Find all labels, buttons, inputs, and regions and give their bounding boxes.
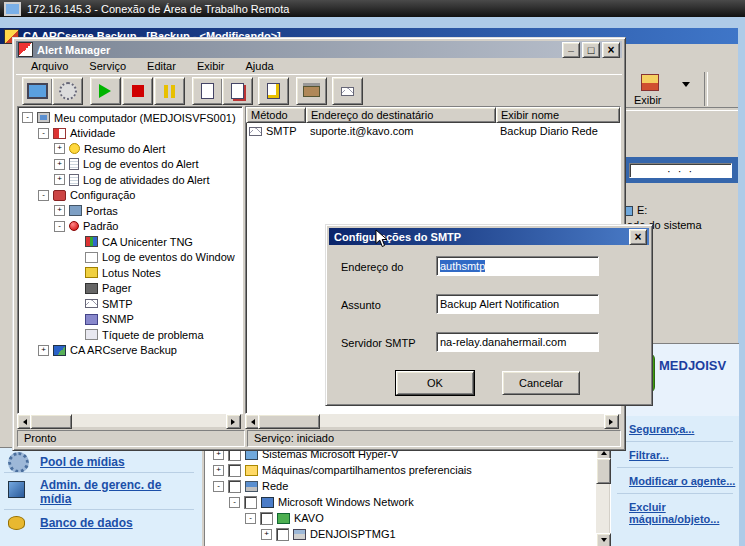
tree-item-label: Pager xyxy=(102,282,131,294)
link-modificar-agente[interactable]: Modificar o agente... xyxy=(629,475,735,487)
delete-config-button[interactable] xyxy=(222,77,253,105)
pause-service-button[interactable] xyxy=(154,77,185,105)
start-service-button[interactable] xyxy=(90,77,121,105)
list-hscrollbar[interactable] xyxy=(245,414,619,427)
server-name[interactable]: MEDJOISV xyxy=(659,358,726,373)
assunto-input[interactable]: Backup Alert Notification xyxy=(436,294,599,314)
expander-icon[interactable]: - xyxy=(22,112,33,123)
link-excluir-maquina[interactable]: Excluir máquina/objeto... xyxy=(629,501,733,525)
tree-hscrollbar[interactable] xyxy=(17,414,241,427)
tree-item-log-eventos-alert[interactable]: + Log de eventos do Alert xyxy=(18,157,242,173)
scroll-down-button[interactable] xyxy=(596,533,611,546)
cancel-button[interactable]: Cancelar xyxy=(502,371,580,395)
nav-pool-de-midias[interactable]: Pool de mídias xyxy=(40,455,125,469)
expander-icon[interactable]: - xyxy=(213,481,224,492)
link-filtrar[interactable]: Filtrar... xyxy=(629,449,669,461)
expander-icon[interactable]: + xyxy=(54,205,65,216)
rdp-connection-bar[interactable]: 172.16.145.3 - Conexão de Área de Trabal… xyxy=(0,0,745,17)
maximize-button[interactable] xyxy=(582,42,600,58)
scroll-right-button[interactable] xyxy=(604,414,619,429)
tree-item-log-eventos-windows[interactable]: Log de eventos do Window xyxy=(18,250,242,266)
menu-ajuda[interactable]: Ajuda xyxy=(237,58,283,74)
expander-icon[interactable]: + xyxy=(54,143,65,154)
expander-icon[interactable]: + xyxy=(54,174,65,185)
send-test-button[interactable] xyxy=(332,77,363,105)
tree-item-pager[interactable]: Pager xyxy=(18,281,242,297)
log-icon xyxy=(69,174,79,186)
nav-admin-gerenc-midia[interactable]: Admin. de gerenc. de mídia xyxy=(40,478,170,506)
divider xyxy=(4,472,194,473)
checkbox[interactable] xyxy=(276,528,289,541)
tree-item-log-atividades-alert[interactable]: + Log de atividades do Alert xyxy=(18,172,242,188)
tree-item-ca-unicenter-tng[interactable]: CA Unicenter TNG xyxy=(18,234,242,250)
checkbox[interactable] xyxy=(244,496,257,509)
dest-tree-scrollbar[interactable] xyxy=(596,445,609,546)
source-item-drive[interactable]: E: xyxy=(637,204,647,216)
column-metodo[interactable]: Método xyxy=(246,107,306,123)
endereco-input[interactable]: authsmtp xyxy=(436,256,599,276)
ok-button[interactable]: OK xyxy=(396,371,474,395)
expander-icon[interactable]: - xyxy=(229,497,240,508)
dest-tree-item-mswin-network[interactable]: - Microsoft Windows Network xyxy=(205,494,597,510)
tree-item-resumo-alert[interactable]: + Resumo do Alert xyxy=(18,141,242,157)
link-seguranca[interactable]: Segurança... xyxy=(629,423,694,435)
column-exibir-nome[interactable]: Exibir nome xyxy=(496,107,620,123)
domain-icon xyxy=(277,513,290,524)
stop-service-button[interactable] xyxy=(122,77,153,105)
tree-item-label: SMTP xyxy=(102,298,133,310)
nav-banco-de-dados[interactable]: Banco de dados xyxy=(40,516,133,530)
dest-tree-item-denjoisptmg1[interactable]: + DENJOISPTMG1 xyxy=(205,526,597,542)
copy-config-button[interactable] xyxy=(192,77,223,105)
menu-arquivo[interactable]: Arquivo xyxy=(22,58,77,74)
servidor-smtp-input[interactable]: na-relay.danahermail.com xyxy=(436,332,599,352)
expander-icon[interactable]: + xyxy=(54,159,65,170)
menu-servico[interactable]: Serviço xyxy=(80,58,135,74)
checkbox[interactable] xyxy=(228,464,241,477)
expander-icon[interactable]: + xyxy=(38,345,49,356)
pause-icon xyxy=(164,85,168,98)
port-setup-button[interactable] xyxy=(296,77,327,105)
scroll-thumb[interactable] xyxy=(30,414,72,429)
checkbox[interactable] xyxy=(228,480,241,493)
close-button[interactable] xyxy=(602,42,620,58)
minimize-button[interactable] xyxy=(562,42,580,58)
expander-icon[interactable]: - xyxy=(54,221,65,232)
tree-item-ca-arcserve-backup[interactable]: + CA ARCserve Backup xyxy=(18,343,242,359)
tree-item-lotus-notes[interactable]: Lotus Notes xyxy=(18,265,242,281)
dest-tree-item-shares[interactable]: + Máquinas/compartilhamentos preferencia… xyxy=(205,462,597,478)
list-row-smtp[interactable]: SMTP suporte.it@kavo.com Backup Diario R… xyxy=(246,123,620,139)
service-computer-button[interactable] xyxy=(22,77,53,105)
exibir-toolbar-button[interactable]: Exibir xyxy=(625,70,705,110)
tree-item-padrao[interactable]: - Padrão xyxy=(18,219,242,235)
service-settings-button[interactable] xyxy=(52,77,83,105)
tree-item-meu-computador[interactable]: - Meu computador (MEDJOISVFS001) xyxy=(18,110,242,126)
expander-icon[interactable]: - xyxy=(38,128,49,139)
scroll-thumb[interactable] xyxy=(258,414,320,429)
expander-icon[interactable]: - xyxy=(38,190,49,201)
tree-item-label: Tíquete de problema xyxy=(102,329,204,341)
column-endereco[interactable]: Endereço do destinatário xyxy=(306,107,496,123)
dialog-close-button[interactable] xyxy=(629,229,647,245)
menu-exibir[interactable]: Exibir xyxy=(188,58,234,74)
exibir-dropdown-icon[interactable] xyxy=(682,82,690,91)
smtp-icon xyxy=(85,299,98,308)
tree-item-label: CA Unicenter TNG xyxy=(102,236,193,248)
play-icon xyxy=(99,84,118,98)
tree-item-portas[interactable]: + Portas xyxy=(18,203,242,219)
tree-item-configuracao[interactable]: - Configuração xyxy=(18,188,242,204)
tree-item-snmp[interactable]: SNMP xyxy=(18,312,242,328)
dest-tree-item-rede[interactable]: - Rede xyxy=(205,478,597,494)
scroll-thumb[interactable] xyxy=(596,458,611,484)
menu-editar[interactable]: Editar xyxy=(138,58,185,74)
alert-manager-title-bar[interactable]: Alert Manager xyxy=(16,41,622,58)
tree-item-smtp[interactable]: SMTP xyxy=(18,296,242,312)
scroll-right-button[interactable] xyxy=(226,414,241,429)
tree-item-tiquete[interactable]: Tíquete de problema xyxy=(18,327,242,343)
expander-icon[interactable]: + xyxy=(261,529,272,540)
expander-icon[interactable]: - xyxy=(245,513,256,524)
tree-item-atividade[interactable]: - Atividade xyxy=(18,126,242,142)
expander-icon[interactable]: + xyxy=(213,465,224,476)
edit-config-button[interactable] xyxy=(258,77,289,105)
dest-tree-item-kavo[interactable]: - KAVO xyxy=(205,510,597,526)
checkbox[interactable] xyxy=(260,512,273,525)
